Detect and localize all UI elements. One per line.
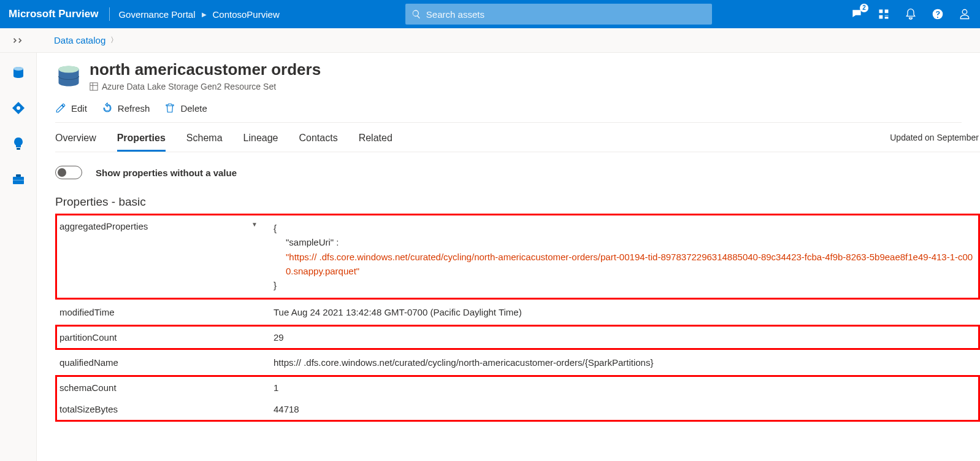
trash-icon	[164, 103, 175, 114]
json-key: "sampleUri" :	[274, 235, 974, 249]
toggle-label: Show properties without a value	[96, 168, 237, 178]
nav-data-map[interactable]	[10, 99, 27, 117]
tab-lineage[interactable]: Lineage	[243, 133, 278, 152]
json-brace-open: {	[274, 223, 277, 233]
tab-schema[interactable]: Schema	[186, 133, 223, 152]
section-title: Properties - basic	[55, 195, 980, 209]
prop-val: { "sampleUri" : "https:// .dfs.core.wind…	[262, 215, 978, 298]
prop-row-aggregatedProperties: aggregatedProperties ▼ { "sampleUri" : "…	[55, 214, 980, 300]
svg-rect-6	[13, 180, 24, 180]
svg-rect-3	[17, 148, 20, 150]
brand: Microsoft Purview	[9, 8, 98, 20]
bell-icon[interactable]	[904, 7, 917, 21]
delete-button[interactable]: Delete	[164, 103, 207, 114]
refresh-icon	[102, 103, 113, 114]
content: Show properties without a value Properti…	[55, 152, 980, 422]
properties-table: aggregatedProperties ▼ { "sampleUri" : "…	[55, 214, 980, 422]
prop-val: https:// .dfs.core.windows.net/curated/c…	[262, 352, 978, 373]
tab-overview[interactable]: Overview	[55, 133, 96, 152]
nav-management[interactable]	[10, 171, 27, 188]
subbar: Data catalog 〉	[0, 28, 980, 53]
prop-key: modifiedTime	[57, 301, 262, 323]
topbar: Microsoft Purview Governance Portal ▶ Co…	[0, 0, 980, 28]
updated-on: Updated on September	[890, 133, 980, 142]
refresh-button[interactable]: Refresh	[102, 103, 150, 114]
leftnav	[0, 53, 37, 461]
prop-val: Tue Aug 24 2021 13:42:48 GMT-0700 (Pacif…	[262, 301, 978, 323]
tab-properties[interactable]: Properties	[117, 133, 166, 152]
nav-data-catalog[interactable]	[10, 64, 27, 81]
prop-key: totalSizeBytes	[57, 398, 262, 420]
chevron-right-icon: 〉	[110, 35, 118, 45]
prop-row-schemaCount: schemaCount 1	[55, 375, 980, 398]
prop-row-partitionCount: partitionCount 29	[55, 325, 980, 350]
search-box[interactable]	[405, 4, 712, 25]
tabs-row: Overview Properties Schema Lineage Conta…	[55, 123, 980, 152]
resource-type-icon	[90, 82, 98, 91]
search-icon	[412, 9, 421, 19]
show-empty-toggle[interactable]	[55, 166, 82, 179]
apps-icon[interactable]	[877, 7, 890, 21]
expand-nav-button[interactable]	[0, 37, 37, 44]
asset-subtype: Azure Data Lake Storage Gen2 Resource Se…	[90, 82, 321, 91]
prop-row-totalSizeBytes: totalSizeBytes 44718	[55, 398, 980, 422]
svg-rect-9	[90, 83, 98, 90]
search-wrap	[405, 4, 712, 25]
prop-row-modifiedTime: modifiedTime Tue Aug 24 2021 13:42:48 GM…	[55, 300, 980, 325]
prop-val: 44718	[262, 398, 978, 420]
prop-row-qualifiedName: qualifiedName https:// .dfs.core.windows…	[55, 350, 980, 375]
help-icon[interactable]	[931, 7, 944, 21]
svg-rect-5	[16, 174, 21, 177]
svg-point-2	[17, 106, 20, 110]
edit-button[interactable]: Edit	[55, 103, 87, 114]
breadcrumb: Data catalog 〉	[37, 35, 118, 45]
json-string: "https:// .dfs.core.windows.net/curated/…	[274, 250, 974, 279]
prop-val: 1	[262, 377, 978, 398]
pencil-icon	[55, 103, 66, 114]
tabs: Overview Properties Schema Lineage Conta…	[55, 123, 392, 152]
nav-insights[interactable]	[10, 135, 27, 152]
svg-point-8	[59, 66, 79, 73]
asset-head: north americacustomer orders Azure Data …	[55, 53, 980, 91]
prop-key: partitionCount	[57, 327, 262, 348]
top-icons: 2	[850, 7, 971, 21]
svg-point-1	[13, 67, 23, 71]
prop-val: 29	[262, 327, 978, 348]
toggle-row: Show properties without a value	[55, 166, 980, 179]
tab-related[interactable]: Related	[359, 133, 392, 152]
asset-icon	[55, 63, 82, 90]
json-brace-close: }	[274, 280, 277, 290]
topbar-sep	[109, 7, 110, 21]
prop-key: qualifiedName	[57, 352, 262, 373]
search-input[interactable]	[426, 9, 706, 20]
instance-link[interactable]: ContosoPurview	[213, 9, 280, 20]
prop-key: aggregatedProperties ▼	[57, 215, 262, 298]
caret-down-icon[interactable]: ▼	[251, 221, 258, 228]
breadcrumb-item[interactable]: Data catalog	[54, 35, 105, 45]
feedback-icon[interactable]: 2	[850, 7, 863, 21]
main: north americacustomer orders Azure Data …	[37, 53, 980, 461]
notif-badge: 2	[860, 4, 868, 12]
chevron-right-icon: ▶	[202, 11, 207, 18]
page-title: north americacustomer orders	[90, 60, 321, 79]
tab-contacts[interactable]: Contacts	[299, 133, 337, 152]
prop-key: schemaCount	[57, 377, 262, 398]
user-icon[interactable]	[958, 7, 971, 21]
toolbar: Edit Refresh Delete	[55, 91, 962, 123]
portal-link[interactable]: Governance Portal	[118, 9, 195, 20]
